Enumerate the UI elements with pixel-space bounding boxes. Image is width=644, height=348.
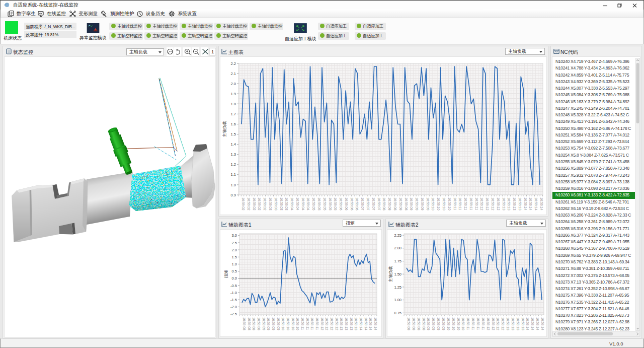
svg-text:16:59:04: 16:59:04 [301, 197, 305, 211]
svg-text:16:59:11: 16:59:11 [315, 317, 319, 330]
svg-text:16:59:09: 16:59:09 [272, 317, 275, 330]
svg-text:16:59:14: 16:59:14 [359, 317, 363, 330]
svg-text:1.3: 1.3 [231, 152, 236, 157]
svg-text:16:59:03: 16:59:03 [280, 197, 283, 211]
svg-text:主轴负载: 主轴负载 [222, 121, 227, 137]
svg-text:16:59:05: 16:59:05 [317, 197, 321, 211]
svg-text:16:59:05: 16:59:05 [323, 197, 327, 211]
svg-text:1.9: 1.9 [231, 92, 236, 96]
svg-text:16:59:06: 16:59:06 [345, 197, 348, 211]
svg-text:16:59:10: 16:59:10 [461, 317, 465, 330]
svg-text:16:59:12: 16:59:12 [320, 317, 324, 330]
svg-text:1.6: 1.6 [231, 122, 236, 126]
svg-text:16:59:10: 16:59:10 [457, 317, 460, 330]
svg-text:16:59:07: 16:59:07 [366, 197, 370, 211]
svg-text:16:59:12: 16:59:12 [497, 197, 500, 211]
svg-text:16:59:09: 16:59:09 [415, 197, 419, 211]
svg-text:16:59:11: 16:59:11 [481, 317, 485, 330]
svg-text:扭矩: 扭矩 [224, 270, 228, 279]
svg-text:16:59:06: 16:59:06 [350, 197, 354, 211]
svg-text:16:59:10: 16:59:10 [442, 197, 446, 211]
svg-text:16:59:14: 16:59:14 [529, 197, 532, 211]
svg-text:16:59:10: 16:59:10 [291, 317, 295, 330]
svg-text:16:59:12: 16:59:12 [325, 317, 329, 330]
svg-text:16:59:14: 16:59:14 [541, 317, 544, 330]
svg-text:16:59:14: 16:59:14 [374, 317, 377, 330]
svg-text:16:59:08: 16:59:08 [257, 317, 261, 330]
svg-text:16:59:09: 16:59:09 [410, 197, 413, 211]
svg-text:2.2: 2.2 [231, 61, 236, 66]
svg-text:2.1: 2.1 [231, 72, 236, 76]
svg-text:2.0: 2.0 [232, 248, 237, 252]
svg-text:16:59:13: 16:59:13 [518, 197, 522, 211]
svg-text:16:59:07: 16:59:07 [372, 197, 375, 211]
svg-text:16:59:03: 16:59:03 [274, 197, 278, 211]
svg-text:-2.5: -2.5 [230, 312, 237, 316]
svg-text:16:59:03: 16:59:03 [285, 197, 288, 211]
svg-text:2.5: 2.5 [232, 241, 237, 245]
svg-text:16:59:12: 16:59:12 [496, 317, 500, 330]
svg-text:2.0: 2.0 [231, 82, 236, 86]
svg-text:16:59:02: 16:59:02 [242, 197, 245, 211]
svg-text:16:59:07: 16:59:07 [377, 197, 381, 211]
svg-text:16:59:13: 16:59:13 [521, 317, 525, 330]
svg-text:16:59:06: 16:59:06 [339, 197, 343, 211]
svg-text:16:59:10: 16:59:10 [281, 317, 285, 330]
svg-text:0.5: 0.5 [232, 269, 237, 273]
svg-text:16:59:09: 16:59:09 [437, 317, 440, 330]
svg-text:16:59:04: 16:59:04 [296, 197, 299, 211]
svg-text:16:59:14: 16:59:14 [369, 317, 372, 330]
svg-text:-1.0: -1.0 [230, 291, 237, 295]
svg-text:16:59:02: 16:59:02 [253, 197, 256, 211]
svg-text:16:59:12: 16:59:12 [492, 317, 495, 330]
svg-text:3.0: 3.0 [232, 233, 237, 238]
svg-text:16:59:02: 16:59:02 [258, 197, 261, 211]
svg-text:16:59:13: 16:59:13 [506, 317, 510, 330]
svg-text:16:59:06: 16:59:06 [355, 197, 359, 211]
svg-text:16:59:05: 16:59:05 [329, 197, 332, 211]
svg-text:1: 1 [211, 49, 214, 54]
svg-text:16:59:12: 16:59:12 [330, 317, 334, 330]
svg-text:16:59:05: 16:59:05 [312, 197, 315, 211]
svg-text:16:59:09: 16:59:09 [267, 317, 270, 330]
svg-text:16:59:09: 16:59:09 [432, 317, 435, 330]
svg-text:16:59:08: 16:59:08 [382, 197, 386, 211]
svg-text:16:59:11: 16:59:11 [471, 317, 475, 330]
svg-text:1.7: 1.7 [231, 112, 236, 116]
svg-text:16:59:10: 16:59:10 [431, 197, 435, 211]
svg-text:16:59:14: 16:59:14 [540, 197, 543, 211]
svg-text:16:59:10: 16:59:10 [448, 197, 451, 211]
svg-text:-1.5: -1.5 [230, 298, 237, 302]
svg-text:16:59:13: 16:59:13 [350, 317, 353, 330]
svg-text:1.0: 1.0 [231, 183, 236, 187]
svg-text:16:59:10: 16:59:10 [296, 317, 299, 330]
svg-text:16:59:10: 16:59:10 [447, 317, 450, 330]
svg-text:16:59:10: 16:59:10 [437, 197, 440, 211]
svg-text:1.75: 1.75 [394, 259, 401, 263]
svg-text:1.4: 1.4 [231, 142, 236, 147]
svg-text:16:59:09: 16:59:09 [442, 317, 445, 330]
svg-text:16:59:13: 16:59:13 [513, 197, 516, 211]
svg-text:16:59:11: 16:59:11 [301, 317, 304, 330]
svg-text:1.1: 1.1 [231, 172, 236, 177]
svg-text:16:59:11: 16:59:11 [469, 197, 473, 211]
svg-text:0.0: 0.0 [232, 276, 237, 281]
svg-text:16:59:13: 16:59:13 [511, 317, 515, 330]
svg-text:16:59:14: 16:59:14 [531, 317, 534, 330]
svg-text:16:59:10: 16:59:10 [452, 317, 455, 330]
svg-text:1.2: 1.2 [231, 162, 236, 167]
svg-text:16:59:08: 16:59:08 [412, 317, 416, 330]
svg-text:16:59:08: 16:59:08 [417, 317, 421, 330]
svg-text:16:59:13: 16:59:13 [502, 197, 506, 211]
svg-text:0.9: 0.9 [231, 193, 236, 197]
svg-text:16:59:13: 16:59:13 [354, 317, 358, 330]
svg-text:16:59:08: 16:59:08 [399, 197, 403, 211]
svg-text:16:59:02: 16:59:02 [247, 197, 251, 211]
svg-text:1.50: 1.50 [394, 272, 401, 276]
svg-text:16:59:05: 16:59:05 [334, 197, 337, 211]
svg-text:16:59:10: 16:59:10 [286, 317, 290, 330]
svg-text:16:59:08: 16:59:08 [252, 317, 256, 330]
svg-text:16:59:12: 16:59:12 [480, 197, 484, 211]
svg-text:16:59:11: 16:59:11 [464, 197, 467, 211]
svg-text:-0.5: -0.5 [230, 284, 237, 288]
